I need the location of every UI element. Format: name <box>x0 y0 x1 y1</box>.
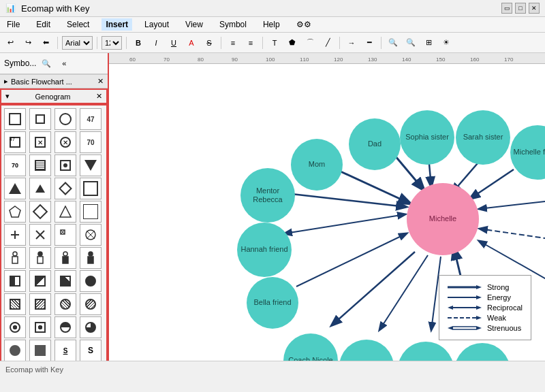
symbol-cross1[interactable] <box>4 224 26 246</box>
undo-button[interactable]: ↩ <box>3 35 18 50</box>
symbol-circle-full[interactable] <box>80 270 102 292</box>
symbol-square[interactable] <box>4 108 26 130</box>
zoom-in-button[interactable]: 🔍 <box>386 35 401 50</box>
symbol-hatch-c[interactable] <box>54 293 76 315</box>
symbol-circ-x[interactable]: ✕ <box>54 131 76 153</box>
symbol-sq-dot[interactable] <box>54 154 76 176</box>
svg-point-13 <box>13 252 17 256</box>
sep5 <box>262 37 263 49</box>
symbol-square-outline[interactable] <box>80 201 102 223</box>
symbol-triangle-inv[interactable] <box>80 154 102 176</box>
node-teacher[interactable]: Teacher Ms. w <box>339 340 394 361</box>
symbol-cross4[interactable] <box>80 224 102 246</box>
sidebar-genogram-header[interactable]: ▾ Genogram ✕ <box>0 88 108 104</box>
node-coach[interactable]: Coach Nicole <box>283 333 338 361</box>
symbol-hatch-c2[interactable] <box>80 293 102 315</box>
underline-button[interactable]: U <box>166 35 181 50</box>
sidebar-search-button[interactable]: 🔍 <box>39 56 54 71</box>
italic-button[interactable]: I <box>149 35 164 50</box>
font-select[interactable]: Arial <box>62 36 93 50</box>
symbol-fig2[interactable] <box>29 247 51 269</box>
sidebar-collapse-button[interactable]: « <box>57 56 72 71</box>
menu-help[interactable]: Help <box>259 18 284 31</box>
symbol-dark-sq[interactable] <box>29 340 51 361</box>
close-genogram-icon[interactable]: ✕ <box>96 92 102 101</box>
zoom-out-button[interactable]: 🔍 <box>403 35 418 50</box>
symbol-circle[interactable] <box>54 108 76 130</box>
bold-button[interactable]: B <box>131 35 146 50</box>
symbol-dark-c[interactable] <box>4 340 26 361</box>
symbol-sq-inner-lines[interactable] <box>29 154 51 176</box>
sun-button[interactable]: ☀ <box>439 35 454 50</box>
arrow-style-button[interactable]: → <box>344 35 359 50</box>
symbol-triangle-sm[interactable] <box>29 178 51 199</box>
close-section-icon[interactable]: ✕ <box>97 77 104 86</box>
node-hannah[interactable]: Hannah friend <box>237 223 292 277</box>
symbol-triangle-outline[interactable] <box>54 201 76 223</box>
symbol-pentagon[interactable] <box>4 201 26 223</box>
symbol-half-c[interactable] <box>54 316 76 338</box>
symbol-label-s-lg[interactable]: S <box>80 340 102 361</box>
node-mentor[interactable]: Mentor Rebecca <box>240 168 295 223</box>
font-color-button[interactable]: A <box>184 35 199 50</box>
symbol-square-lg[interactable] <box>80 178 102 199</box>
node-sophia[interactable]: Sophia sister <box>400 110 454 165</box>
fit-button[interactable]: ⊞ <box>421 35 436 50</box>
symbol-num47[interactable]: 47 <box>80 108 102 130</box>
font-size-select[interactable]: 12 <box>102 36 122 50</box>
strikethrough-button[interactable]: S <box>202 35 217 50</box>
symbol-sq-q[interactable] <box>29 270 51 292</box>
menu-extra[interactable]: ⚙⚙ <box>292 18 315 31</box>
minimize-button[interactable]: ▭ <box>501 3 512 14</box>
symbol-fig3[interactable] <box>54 247 76 269</box>
canvas-area[interactable]: 60 70 80 90 100 110 120 130 140 150 160 … <box>109 53 545 361</box>
line-style-button[interactable]: ━ <box>362 35 377 50</box>
textbox-button[interactable]: T <box>267 35 282 50</box>
symbol-fig4[interactable] <box>80 247 102 269</box>
symbol-triangle-up[interactable] <box>4 178 26 199</box>
symbol-70sq[interactable]: 70 <box>4 154 26 176</box>
symbol-label-s-sm[interactable]: S <box>54 340 76 361</box>
menu-select[interactable]: Select <box>63 18 93 31</box>
symbol-diamond-sm[interactable] <box>54 178 76 199</box>
menu-edit[interactable]: Edit <box>32 18 54 31</box>
symbol-cross3[interactable] <box>54 224 76 246</box>
symbol-num70[interactable]: 70 <box>80 131 102 153</box>
symbol-pie-c[interactable] <box>80 316 102 338</box>
maximize-button[interactable]: □ <box>515 3 526 14</box>
menu-file[interactable]: File <box>3 18 24 31</box>
redo-button[interactable]: ↪ <box>20 35 35 50</box>
menu-view[interactable]: View <box>181 18 207 31</box>
symbol-sq47[interactable]: 47 <box>4 131 26 153</box>
line-button[interactable]: ╱ <box>320 35 335 50</box>
back-button[interactable]: ⬅ <box>38 35 53 50</box>
symbol-dot-c[interactable] <box>4 316 26 338</box>
symbol-sq-x[interactable]: ✕ <box>29 131 51 153</box>
symbol-hatch-sq[interactable] <box>4 293 26 315</box>
symbol-dot-sq[interactable] <box>29 316 51 338</box>
align-left-button[interactable]: ≡ <box>225 35 240 50</box>
menu-symbol[interactable]: Symbol <box>215 18 251 31</box>
node-sarah[interactable]: Sarah sister <box>456 110 510 165</box>
symbol-hatch-sq2[interactable] <box>29 293 51 315</box>
node-dad[interactable]: Dad <box>349 118 401 170</box>
symbol-sq-half[interactable] <box>4 270 26 292</box>
align-center-button[interactable]: ≡ <box>243 35 258 50</box>
node-counselor[interactable]: Counselor Mr. Z <box>398 342 454 361</box>
node-bella[interactable]: Bella friend <box>247 277 298 329</box>
node-mom[interactable]: Mom <box>291 139 343 191</box>
menu-insert[interactable]: Insert <box>102 18 132 31</box>
symbol-sq-3q[interactable] <box>54 270 76 292</box>
node-therapist[interactable]: Therapist Laura <box>454 343 510 361</box>
node-michelle-friend[interactable]: Michelle friend <box>510 125 545 180</box>
close-button[interactable]: ✕ <box>529 3 540 14</box>
connector-button[interactable]: ⌒ <box>302 35 317 50</box>
menu-layout[interactable]: Layout <box>140 18 173 31</box>
symbol-cross2[interactable] <box>29 224 51 246</box>
sidebar-section-basic[interactable]: ▸ Basic Flowchart ... ✕ <box>0 74 108 88</box>
symbol-fig1[interactable] <box>4 247 26 269</box>
symbol-diamond-lg[interactable] <box>29 201 51 223</box>
shape-button[interactable]: ⬟ <box>285 35 300 50</box>
symbol-square2[interactable] <box>29 108 51 130</box>
center-node-michelle[interactable]: Michelle <box>407 183 479 255</box>
